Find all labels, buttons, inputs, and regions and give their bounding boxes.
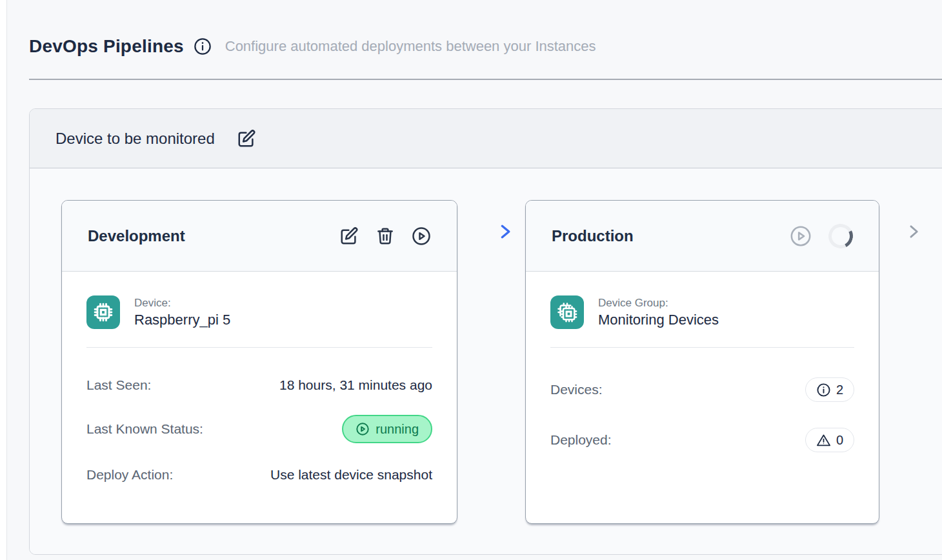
deployed-count-badge[interactable]: 0 xyxy=(805,428,854,452)
pipeline-panel-header: Device to be monitored xyxy=(30,109,942,168)
development-actions xyxy=(339,226,431,246)
development-card-header: Development xyxy=(62,201,457,272)
page-header: DevOps Pipelines Configure automated dep… xyxy=(29,36,596,57)
device-label: Device: xyxy=(134,297,230,310)
deploy-action-value: Use latest device snapshot xyxy=(270,467,432,483)
deployed-row: Deployed: 0 xyxy=(550,428,854,452)
devices-label: Devices: xyxy=(550,382,603,397)
status-badge-label: running xyxy=(376,422,419,437)
run-stage-icon[interactable] xyxy=(412,226,431,246)
stage-card-production: Production xyxy=(525,200,879,524)
last-seen-value: 18 hours, 31 minutes ago xyxy=(279,377,432,393)
devices-count-badge[interactable]: 2 xyxy=(805,377,854,402)
pipeline-name: Device to be monitored xyxy=(55,130,215,148)
last-known-status-row: Last Known Status: running xyxy=(86,415,432,443)
edit-stage-icon[interactable] xyxy=(339,226,359,246)
stage-title-development: Development xyxy=(88,227,185,245)
device-group-chip-icon xyxy=(550,295,584,329)
play-circle-icon xyxy=(356,422,370,436)
device-row: Device: Raspberry_pi 5 xyxy=(86,295,432,329)
stage-connector-chevron-icon xyxy=(496,221,514,242)
last-seen-row: Last Seen: 18 hours, 31 minutes ago xyxy=(86,377,432,393)
stage-title-production: Production xyxy=(552,227,634,245)
edit-pipeline-icon[interactable] xyxy=(237,129,256,148)
device-info: Device: Raspberry_pi 5 xyxy=(134,297,230,328)
info-icon xyxy=(816,383,831,397)
header-divider xyxy=(29,79,942,80)
card-divider xyxy=(86,347,432,348)
deploy-action-row: Deploy Action: Use latest device snapsho… xyxy=(86,466,432,483)
stage-card-development: Development xyxy=(61,200,457,524)
card-divider xyxy=(550,347,854,348)
pipeline-panel: Device to be monitored Development xyxy=(29,108,942,555)
device-chip-icon xyxy=(86,295,120,329)
last-known-status-label: Last Known Status: xyxy=(86,421,203,437)
devices-count: 2 xyxy=(836,383,843,397)
device-group-row: Device Group: Monitoring Devices xyxy=(550,295,854,329)
production-actions xyxy=(790,224,853,248)
deploy-action-label: Deploy Action: xyxy=(86,467,173,483)
run-stage-icon-disabled xyxy=(790,225,812,247)
device-group-label: Device Group: xyxy=(598,297,719,310)
deployed-count: 0 xyxy=(836,433,843,448)
last-seen-label: Last Seen: xyxy=(86,377,151,393)
devices-row: Devices: 2 xyxy=(550,377,854,402)
production-card-body: Device Group: Monitoring Devices Devices… xyxy=(526,272,879,452)
development-card-body: Device: Raspberry_pi 5 Last Seen: 18 hou… xyxy=(62,272,457,483)
production-card-header: Production xyxy=(526,201,879,272)
pipeline-stages-area: Development xyxy=(30,168,942,555)
deployed-label: Deployed: xyxy=(550,432,612,448)
device-group-name: Monitoring Devices xyxy=(598,312,719,328)
devops-pipelines-page: DevOps Pipelines Configure automated dep… xyxy=(6,0,942,560)
delete-stage-icon[interactable] xyxy=(376,226,395,246)
status-badge: running xyxy=(342,415,432,443)
next-stage-chevron-icon[interactable] xyxy=(905,221,923,242)
info-icon[interactable] xyxy=(194,37,212,55)
device-group-info: Device Group: Monitoring Devices xyxy=(598,297,719,328)
page-subtitle: Configure automated deployments between … xyxy=(225,38,596,55)
loading-spinner xyxy=(825,221,856,252)
warning-triangle-icon xyxy=(816,433,831,448)
page-title: DevOps Pipelines xyxy=(29,36,184,57)
device-name: Raspberry_pi 5 xyxy=(134,312,230,328)
